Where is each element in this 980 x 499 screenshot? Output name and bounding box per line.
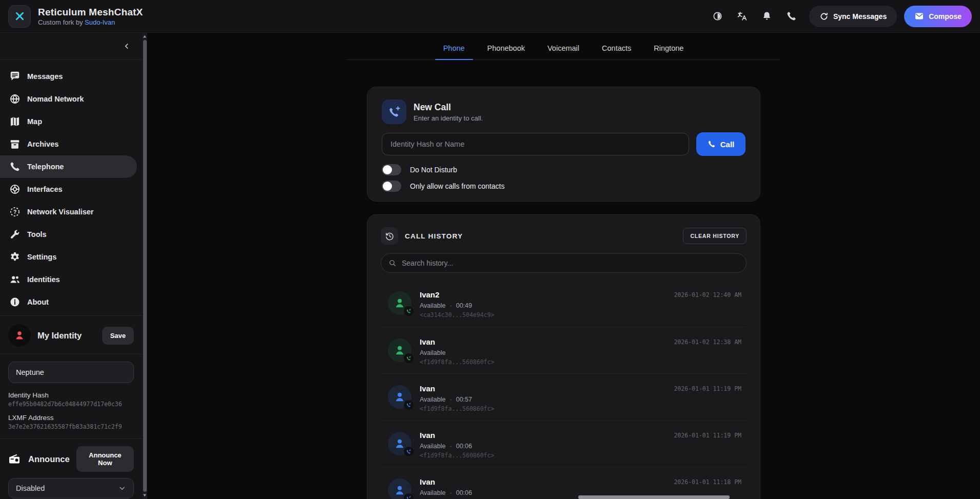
horizontal-scrollbar-thumb[interactable]: [578, 495, 730, 499]
compose-button[interactable]: Compose: [904, 6, 972, 27]
call-direction-badge: [404, 493, 414, 499]
tab-ringtone[interactable]: Ringtone: [653, 43, 684, 59]
map-icon: [9, 116, 21, 127]
theme-toggle-button[interactable]: [708, 6, 728, 27]
scroll-up-arrow[interactable]: [142, 33, 147, 39]
phone-icon: [786, 11, 797, 22]
sidebar-item-network-visualiser[interactable]: ? Network Visualiser: [0, 201, 137, 223]
sidebar-item-label: Settings: [27, 253, 56, 261]
sidebar-item-messages[interactable]: Messages: [0, 65, 137, 88]
sidebar-item-map[interactable]: Map: [0, 110, 137, 133]
tab-contacts[interactable]: Contacts: [601, 43, 632, 59]
call-timestamp: 2026-01-01 11:18 PM: [674, 478, 741, 486]
call-duration: 00:49: [456, 302, 472, 309]
identity-call-input[interactable]: [382, 133, 689, 155]
announce-interval-select[interactable]: Disabled: [8, 478, 134, 498]
sidebar-collapse-button[interactable]: [119, 38, 135, 54]
interfaces-icon: [9, 184, 21, 195]
caller-avatar: [388, 432, 411, 455]
phone-button[interactable]: [781, 6, 802, 27]
triangle-down-icon: [143, 493, 147, 497]
translate-icon: [737, 11, 748, 22]
telephone-icon: [9, 161, 21, 172]
call-history-entry[interactable]: Ivan Available <f1d9f8fa...560860fc> 202…: [381, 327, 747, 373]
sidebar-nav: Messages Nomad Network Map Archives Tele…: [0, 60, 142, 315]
call-button[interactable]: Call: [696, 132, 746, 156]
toggle-label: Do Not Disturb: [410, 166, 457, 174]
call-direction-badge: [404, 400, 414, 410]
history-search-input[interactable]: [402, 259, 739, 267]
identities-icon: [9, 274, 21, 285]
lxmf-address-block: LXMF Address 3e7e2e37621635587fb83a381c7…: [8, 414, 134, 430]
caller-status: Available: [420, 302, 446, 309]
call-duration: 00:06: [456, 443, 472, 450]
sidebar-scrollbar-thumb[interactable]: [143, 40, 147, 492]
clear-history-button[interactable]: CLEAR HISTORY: [683, 228, 747, 244]
app-subtitle: Custom fork by Sudo-Ivan: [38, 18, 143, 26]
tab-phonebook[interactable]: Phonebook: [486, 43, 526, 59]
identity-hash-block: Identity Hash effe95b0482d7b6c04844977d1…: [8, 391, 134, 408]
sidebar-item-about[interactable]: About: [0, 291, 137, 313]
sidebar-header: [0, 33, 142, 60]
settings-icon: [9, 251, 21, 263]
toggle-switch[interactable]: [382, 164, 401, 175]
display-name-input[interactable]: [8, 362, 134, 383]
caller-status: Available: [420, 443, 446, 450]
triangle-up-icon: [143, 34, 147, 38]
identity-hash-label: Identity Hash: [8, 391, 134, 399]
tab-bar: PhonePhonebookVoicemailContactsRingtone: [346, 43, 780, 60]
app-window: Reticulum MeshChatX Custom fork by Sudo-…: [0, 0, 980, 499]
phone-plus-icon: [388, 106, 400, 118]
bell-icon: [761, 11, 772, 22]
identity-hash-value: effe95b0482d7b6c04844977d17e0c36: [8, 401, 134, 408]
toggle-knob: [383, 182, 392, 191]
phone-incoming-icon: [406, 449, 411, 454]
call-history-entry[interactable]: Ivan Available · 00:57 <f1d9f8fa...56086…: [381, 373, 747, 420]
chevron-left-icon: [123, 42, 131, 50]
call-toggles: Do Not Disturb Only allow calls from con…: [382, 164, 746, 192]
sidebar-item-label: About: [27, 298, 49, 306]
sidebar-item-label: Map: [27, 117, 42, 126]
separator-dot: ·: [450, 302, 452, 309]
chevron-down-icon: [118, 484, 126, 492]
call-history-entry[interactable]: Ivan2 Available · 00:49 <ca314c30...504e…: [381, 280, 747, 327]
app-logo: [8, 5, 31, 28]
call-history-entry[interactable]: Ivan Available · 00:06 <f1d9f8fa...56086…: [381, 420, 747, 467]
my-identity-header: My Identity Save: [8, 324, 134, 347]
sidebar-item-tools[interactable]: Tools: [0, 223, 137, 246]
translate-button[interactable]: [732, 6, 753, 27]
notifications-button[interactable]: [757, 6, 777, 27]
call-history-title: CALL HISTORY: [405, 232, 676, 240]
toggle-switch[interactable]: [382, 181, 401, 192]
messages-icon: [9, 71, 21, 82]
sidebar-item-identities[interactable]: Identities: [0, 268, 137, 291]
call-direction-badge: [404, 353, 414, 363]
scroll-down-arrow[interactable]: [142, 492, 147, 498]
divider: [0, 354, 142, 354]
identity-avatar: [8, 324, 31, 347]
fork-author-link[interactable]: Sudo-Ivan: [85, 18, 115, 26]
sidebar-item-telephone[interactable]: Telephone: [0, 155, 137, 178]
separator-dot: ·: [450, 443, 452, 450]
announce-header: Announce Announce Now: [8, 446, 134, 472]
call-history-entry[interactable]: Ivan Available · 00:06 2026-01-01 11:18 …: [381, 467, 747, 499]
radio-icon: [8, 452, 22, 466]
caller-status: Available: [420, 489, 446, 496]
sync-messages-button[interactable]: Sync Messages: [809, 6, 897, 27]
caller-hash: <f1d9f8fa...560860fc>: [420, 405, 744, 412]
search-icon: [388, 259, 397, 267]
sidebar-item-settings[interactable]: Settings: [0, 246, 137, 268]
tab-phone[interactable]: Phone: [442, 43, 466, 59]
lxmf-address-label: LXMF Address: [8, 414, 134, 422]
separator-dot: ·: [450, 396, 452, 403]
call-duration: 00:06: [456, 489, 472, 496]
tab-voicemail[interactable]: Voicemail: [546, 43, 580, 59]
sidebar-item-nomad-network[interactable]: Nomad Network: [0, 88, 137, 110]
call-direction-badge: [404, 306, 414, 316]
sidebar-item-interfaces[interactable]: Interfaces: [0, 178, 137, 201]
announce-now-button[interactable]: Announce Now: [76, 446, 134, 472]
sidebar-item-archives[interactable]: Archives: [0, 133, 137, 155]
network-visualiser-icon: ?: [9, 206, 21, 217]
save-button[interactable]: Save: [102, 327, 134, 345]
top-bar: Reticulum MeshChatX Custom fork by Sudo-…: [0, 0, 980, 33]
